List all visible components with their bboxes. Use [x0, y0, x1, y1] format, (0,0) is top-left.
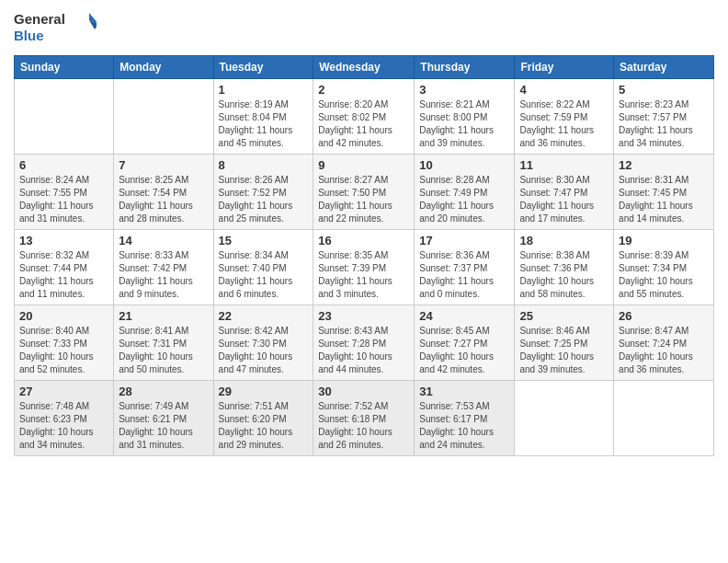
calendar-cell: [515, 381, 614, 456]
calendar-cell: 27Sunrise: 7:48 AM Sunset: 6:23 PM Dayli…: [15, 381, 114, 456]
day-number: 14: [119, 234, 208, 247]
day-info: Sunrise: 8:38 AM Sunset: 7:36 PM Dayligh…: [519, 249, 609, 301]
day-number: 28: [119, 385, 208, 398]
calendar-cell: 26Sunrise: 8:47 AM Sunset: 7:24 PM Dayli…: [614, 305, 714, 381]
day-number: 10: [419, 158, 509, 172]
day-number: 3: [419, 83, 509, 97]
calendar-cell: 8Sunrise: 8:26 AM Sunset: 7:52 PM Daylig…: [213, 155, 313, 230]
calendar-cell: 13Sunrise: 8:32 AM Sunset: 7:44 PM Dayli…: [15, 230, 114, 305]
day-info: Sunrise: 8:20 AM Sunset: 8:02 PM Dayligh…: [318, 98, 409, 150]
day-number: 27: [19, 385, 108, 398]
day-info: Sunrise: 8:22 AM Sunset: 7:59 PM Dayligh…: [519, 98, 609, 150]
calendar-cell: [15, 79, 114, 155]
day-number: 29: [219, 385, 309, 398]
logo-svg: General Blue: [14, 9, 97, 48]
day-number: 6: [19, 158, 108, 172]
calendar-week-5: 27Sunrise: 7:48 AM Sunset: 6:23 PM Dayli…: [15, 381, 714, 456]
calendar-cell: 29Sunrise: 7:51 AM Sunset: 6:20 PM Dayli…: [213, 381, 313, 456]
calendar-cell: [614, 381, 714, 456]
day-info: Sunrise: 7:51 AM Sunset: 6:20 PM Dayligh…: [219, 400, 309, 452]
day-info: Sunrise: 8:40 AM Sunset: 7:33 PM Dayligh…: [19, 325, 108, 376]
day-number: 8: [219, 158, 309, 172]
day-number: 22: [219, 309, 309, 323]
weekday-header-saturday: Saturday: [614, 56, 714, 79]
day-number: 1: [219, 83, 309, 97]
calendar-cell: 19Sunrise: 8:39 AM Sunset: 7:34 PM Dayli…: [614, 230, 714, 305]
day-number: 16: [318, 234, 409, 247]
svg-text:Blue: Blue: [14, 28, 44, 43]
page: General Blue SundayMondayTuesdayWednesda…: [0, 0, 728, 470]
calendar-cell: 15Sunrise: 8:34 AM Sunset: 7:40 PM Dayli…: [213, 230, 313, 305]
day-number: 5: [619, 83, 709, 97]
calendar-table: SundayMondayTuesdayWednesdayThursdayFrid…: [14, 55, 714, 456]
calendar-cell: 31Sunrise: 7:53 AM Sunset: 6:17 PM Dayli…: [415, 381, 515, 456]
calendar-cell: 1Sunrise: 8:19 AM Sunset: 8:04 PM Daylig…: [213, 79, 313, 155]
calendar-week-3: 13Sunrise: 8:32 AM Sunset: 7:44 PM Dayli…: [15, 230, 714, 305]
day-info: Sunrise: 7:48 AM Sunset: 6:23 PM Dayligh…: [19, 400, 108, 452]
calendar-cell: 21Sunrise: 8:41 AM Sunset: 7:31 PM Dayli…: [114, 305, 213, 381]
day-info: Sunrise: 8:42 AM Sunset: 7:30 PM Dayligh…: [219, 325, 309, 376]
calendar-cell: 5Sunrise: 8:23 AM Sunset: 7:57 PM Daylig…: [614, 79, 714, 155]
svg-text:General: General: [14, 11, 65, 27]
calendar-cell: 14Sunrise: 8:33 AM Sunset: 7:42 PM Dayli…: [114, 230, 213, 305]
day-info: Sunrise: 8:28 AM Sunset: 7:49 PM Dayligh…: [419, 174, 509, 225]
day-info: Sunrise: 8:31 AM Sunset: 7:45 PM Dayligh…: [619, 174, 709, 225]
day-info: Sunrise: 8:35 AM Sunset: 7:39 PM Dayligh…: [318, 249, 409, 301]
calendar-cell: 23Sunrise: 8:43 AM Sunset: 7:28 PM Dayli…: [313, 305, 415, 381]
calendar-cell: 12Sunrise: 8:31 AM Sunset: 7:45 PM Dayli…: [614, 155, 714, 230]
calendar-cell: 20Sunrise: 8:40 AM Sunset: 7:33 PM Dayli…: [15, 305, 114, 381]
weekday-header-sunday: Sunday: [15, 56, 114, 79]
day-number: 31: [419, 385, 509, 398]
day-info: Sunrise: 8:24 AM Sunset: 7:55 PM Dayligh…: [19, 174, 108, 225]
day-info: Sunrise: 8:46 AM Sunset: 7:25 PM Dayligh…: [519, 325, 609, 376]
day-info: Sunrise: 8:36 AM Sunset: 7:37 PM Dayligh…: [419, 249, 509, 301]
day-info: Sunrise: 8:43 AM Sunset: 7:28 PM Dayligh…: [318, 325, 409, 376]
day-info: Sunrise: 8:19 AM Sunset: 8:04 PM Dayligh…: [219, 98, 309, 150]
day-number: 15: [219, 234, 309, 247]
calendar-cell: 6Sunrise: 8:24 AM Sunset: 7:55 PM Daylig…: [15, 155, 114, 230]
day-info: Sunrise: 8:25 AM Sunset: 7:54 PM Dayligh…: [119, 174, 208, 225]
calendar-cell: 22Sunrise: 8:42 AM Sunset: 7:30 PM Dayli…: [213, 305, 313, 381]
calendar-cell: [114, 79, 213, 155]
calendar-cell: 4Sunrise: 8:22 AM Sunset: 7:59 PM Daylig…: [515, 79, 614, 155]
day-number: 25: [519, 309, 609, 323]
day-info: Sunrise: 8:45 AM Sunset: 7:27 PM Dayligh…: [419, 325, 509, 376]
day-number: 7: [119, 158, 208, 172]
calendar-week-1: 1Sunrise: 8:19 AM Sunset: 8:04 PM Daylig…: [15, 79, 714, 155]
calendar-cell: 3Sunrise: 8:21 AM Sunset: 8:00 PM Daylig…: [415, 79, 515, 155]
day-info: Sunrise: 8:47 AM Sunset: 7:24 PM Dayligh…: [619, 325, 709, 376]
logo: General Blue: [14, 9, 97, 48]
calendar-header-row: SundayMondayTuesdayWednesdayThursdayFrid…: [15, 56, 714, 79]
weekday-header-thursday: Thursday: [415, 56, 515, 79]
day-number: 2: [318, 83, 409, 97]
weekday-header-friday: Friday: [515, 56, 614, 79]
day-info: Sunrise: 8:39 AM Sunset: 7:34 PM Dayligh…: [619, 249, 709, 301]
calendar-cell: 2Sunrise: 8:20 AM Sunset: 8:02 PM Daylig…: [313, 79, 415, 155]
calendar-week-2: 6Sunrise: 8:24 AM Sunset: 7:55 PM Daylig…: [15, 155, 714, 230]
day-number: 30: [318, 385, 409, 398]
day-number: 21: [119, 309, 208, 323]
day-number: 4: [519, 83, 609, 97]
weekday-header-wednesday: Wednesday: [313, 56, 415, 79]
day-number: 20: [19, 309, 108, 323]
calendar-cell: 25Sunrise: 8:46 AM Sunset: 7:25 PM Dayli…: [515, 305, 614, 381]
day-info: Sunrise: 7:49 AM Sunset: 6:21 PM Dayligh…: [119, 400, 208, 452]
day-info: Sunrise: 8:23 AM Sunset: 7:57 PM Dayligh…: [619, 98, 709, 150]
day-info: Sunrise: 8:30 AM Sunset: 7:47 PM Dayligh…: [519, 174, 609, 225]
header: General Blue: [14, 9, 714, 48]
weekday-header-tuesday: Tuesday: [213, 56, 313, 79]
day-number: 26: [619, 309, 709, 323]
calendar-cell: 24Sunrise: 8:45 AM Sunset: 7:27 PM Dayli…: [415, 305, 515, 381]
calendar-cell: 18Sunrise: 8:38 AM Sunset: 7:36 PM Dayli…: [515, 230, 614, 305]
day-info: Sunrise: 8:32 AM Sunset: 7:44 PM Dayligh…: [19, 249, 108, 301]
day-info: Sunrise: 8:34 AM Sunset: 7:40 PM Dayligh…: [219, 249, 309, 301]
day-info: Sunrise: 8:21 AM Sunset: 8:00 PM Dayligh…: [419, 98, 509, 150]
calendar-cell: 7Sunrise: 8:25 AM Sunset: 7:54 PM Daylig…: [114, 155, 213, 230]
day-info: Sunrise: 7:53 AM Sunset: 6:17 PM Dayligh…: [419, 400, 509, 452]
day-info: Sunrise: 8:26 AM Sunset: 7:52 PM Dayligh…: [219, 174, 309, 225]
day-number: 18: [519, 234, 609, 247]
day-number: 24: [419, 309, 509, 323]
calendar-cell: 11Sunrise: 8:30 AM Sunset: 7:47 PM Dayli…: [515, 155, 614, 230]
day-number: 9: [318, 158, 409, 172]
calendar-cell: 9Sunrise: 8:27 AM Sunset: 7:50 PM Daylig…: [313, 155, 415, 230]
